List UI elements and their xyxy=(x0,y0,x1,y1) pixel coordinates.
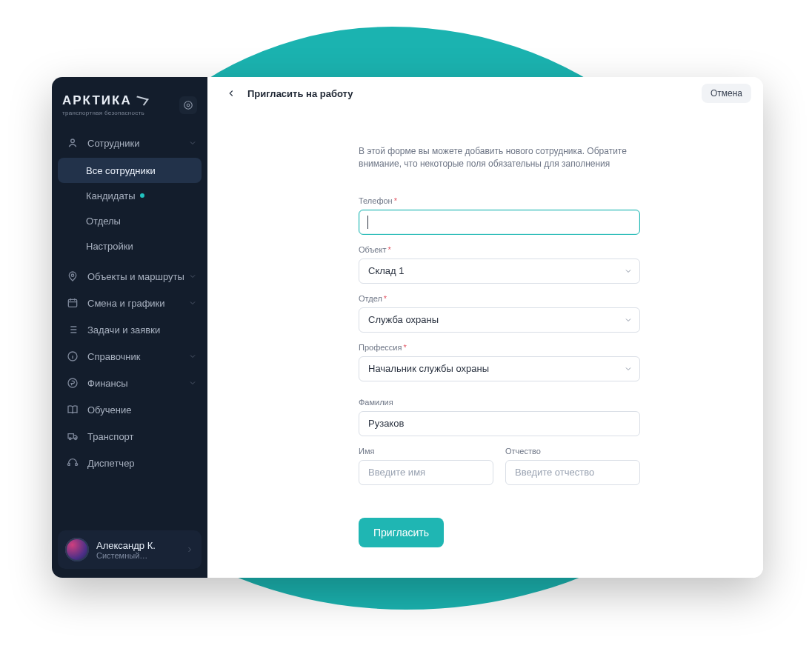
sidebar-item-label: Объекты и маршруты xyxy=(87,271,184,282)
label-profession: Профессия* xyxy=(359,343,640,352)
headset-icon xyxy=(67,457,79,469)
info-icon xyxy=(67,350,79,362)
user-name: Александр К. xyxy=(96,540,156,551)
book-icon xyxy=(67,404,79,416)
sidebar-subitem-candidates[interactable]: Кандидаты xyxy=(58,183,202,208)
finance-icon xyxy=(67,377,79,389)
avatar xyxy=(65,538,89,561)
sidebar-item-training[interactable]: Обучение xyxy=(52,396,207,423)
patronymic-input[interactable] xyxy=(505,460,640,485)
firstname-input[interactable] xyxy=(359,460,493,485)
employees-submenu: Все сотрудники Кандидаты Отделы Настройк… xyxy=(52,156,207,263)
arrow-left-icon xyxy=(226,88,236,99)
sidebar-header: АРКТИКА транспортная безопасность xyxy=(52,87,207,130)
user-icon xyxy=(67,137,79,149)
phone-input[interactable] xyxy=(359,210,640,235)
label-department: Отдел* xyxy=(359,294,640,303)
brand-name: АРКТИКА xyxy=(62,93,132,108)
svg-point-1 xyxy=(187,104,190,107)
chevron-down-icon xyxy=(188,352,197,361)
required-marker: * xyxy=(403,343,406,352)
sidebar-item-transport[interactable]: Транспорт xyxy=(52,423,207,450)
topbar: Пригласить на работу Отмена xyxy=(207,77,763,104)
map-pin-icon xyxy=(67,270,79,282)
chevron-down-icon xyxy=(188,299,197,307)
chevron-right-icon xyxy=(185,545,194,554)
invite-form: В этой форме вы можете добавить нового с… xyxy=(359,145,640,547)
svg-point-2 xyxy=(71,139,75,143)
field-lastname: Фамилия xyxy=(359,398,640,436)
field-patronymic: Отчество xyxy=(505,447,640,485)
profession-select[interactable] xyxy=(359,356,640,381)
sidebar-subitem-label: Настройки xyxy=(86,241,133,252)
chevron-down-icon xyxy=(188,139,197,147)
cancel-button[interactable]: Отмена xyxy=(702,84,751,103)
text-caret xyxy=(367,216,368,229)
sidebar-item-employees[interactable]: Сотрудники xyxy=(52,130,207,156)
truck-icon xyxy=(67,430,79,442)
main-content: Пригласить на работу Отмена В этой форме… xyxy=(207,77,763,578)
sidebar-item-shifts[interactable]: Смена и графики xyxy=(52,290,207,316)
svg-point-3 xyxy=(71,274,73,276)
sidebar: АРКТИКА транспортная безопасность Сотруд… xyxy=(52,77,207,578)
chevron-down-icon xyxy=(188,378,197,387)
sidebar-subitem-label: Отделы xyxy=(86,216,121,227)
label-phone: Телефон* xyxy=(359,196,640,205)
label-patronymic: Отчество xyxy=(505,447,640,456)
brand-tagline: транспортная безопасность xyxy=(62,110,147,116)
sidebar-subitem-settings[interactable]: Настройки xyxy=(58,233,202,259)
label-object: Объект* xyxy=(359,245,640,254)
form-hint: В этой форме вы можете добавить нового с… xyxy=(359,145,640,171)
sidebar-item-label: Задачи и заявки xyxy=(87,324,160,336)
sidebar-item-directory[interactable]: Справочник xyxy=(52,343,207,370)
field-object: Объект* xyxy=(359,245,640,284)
required-marker: * xyxy=(394,196,397,205)
sidebar-item-finance[interactable]: Финансы xyxy=(52,370,207,396)
sidebar-item-label: Сотрудники xyxy=(87,138,139,149)
app-window: АРКТИКА транспортная безопасность Сотруд… xyxy=(52,77,763,578)
sidebar-item-label: Обучение xyxy=(87,404,131,416)
field-department: Отдел* xyxy=(359,294,640,333)
required-marker: * xyxy=(387,245,390,254)
user-card[interactable]: Александр К. Системный… xyxy=(58,530,202,569)
label-lastname: Фамилия xyxy=(359,398,640,407)
page-title: Пригласить на работу xyxy=(247,88,353,99)
sidebar-item-label: Финансы xyxy=(87,378,128,389)
sidebar-collapse-button[interactable] xyxy=(179,96,197,114)
list-icon xyxy=(67,324,79,336)
logo-wordmark: АРКТИКА xyxy=(62,93,147,108)
required-marker: * xyxy=(384,294,387,303)
sidebar-subitem-label: Кандидаты xyxy=(86,190,136,201)
svg-point-0 xyxy=(184,101,193,109)
logo: АРКТИКА транспортная безопасность xyxy=(62,93,147,116)
plane-icon xyxy=(133,96,149,106)
submit-button[interactable]: Пригласить xyxy=(359,518,444,547)
label-firstname: Имя xyxy=(359,447,493,456)
sidebar-item-dispatcher[interactable]: Диспетчер xyxy=(52,450,207,476)
collapse-icon xyxy=(183,100,193,110)
field-profession: Профессия* xyxy=(359,343,640,381)
chevron-down-icon xyxy=(188,272,197,281)
object-select[interactable] xyxy=(359,259,640,284)
sidebar-item-objects-routes[interactable]: Объекты и маршруты xyxy=(52,263,207,290)
sidebar-item-tasks[interactable]: Задачи и заявки xyxy=(52,316,207,343)
sidebar-item-label: Справочник xyxy=(87,351,141,362)
department-select[interactable] xyxy=(359,307,640,333)
back-button[interactable] xyxy=(225,87,237,99)
notification-dot-icon xyxy=(140,193,144,198)
field-firstname: Имя xyxy=(359,447,493,485)
sidebar-item-label: Смена и графики xyxy=(87,298,165,309)
lastname-input[interactable] xyxy=(359,411,640,436)
user-role: Системный… xyxy=(96,551,156,560)
field-phone: Телефон* xyxy=(359,196,640,235)
calendar-icon xyxy=(67,297,79,309)
sidebar-item-label: Диспетчер xyxy=(87,458,135,469)
sidebar-subitem-label: Все сотрудники xyxy=(86,165,156,176)
sidebar-item-label: Транспорт xyxy=(87,431,134,442)
svg-rect-4 xyxy=(68,299,76,307)
sidebar-subitem-all-employees[interactable]: Все сотрудники xyxy=(58,158,202,183)
sidebar-subitem-departments[interactable]: Отделы xyxy=(58,208,202,233)
